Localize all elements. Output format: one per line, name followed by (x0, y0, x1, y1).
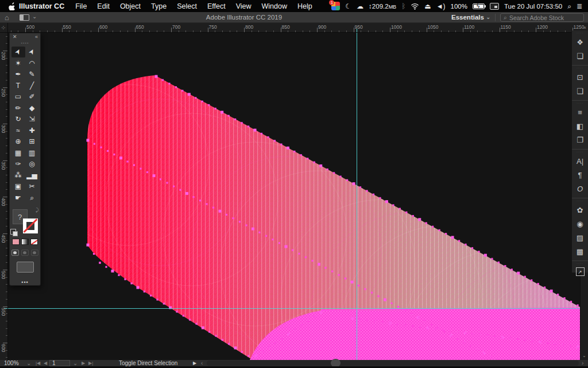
menu-item-help[interactable]: Help (292, 2, 318, 10)
workspace-switcher[interactable]: Essentials (451, 14, 484, 21)
artboard-tool[interactable]: ▣ (11, 181, 25, 193)
zoom-chevron-icon[interactable]: ⌄ (26, 360, 31, 366)
rectangle-tool[interactable]: ▭ (11, 91, 25, 103)
paintbrush-tool[interactable]: ✐ (25, 91, 39, 103)
spotlight-icon[interactable]: ⌕ (567, 3, 571, 10)
eyedropper-tool[interactable]: ✑ (11, 159, 25, 170)
blend-tool[interactable]: ◎ (25, 159, 39, 170)
stroke-panel-icon[interactable]: ≡ (574, 106, 586, 118)
next-artboard-icon[interactable]: ▶ (82, 360, 85, 366)
gradient-panel-icon[interactable]: ▨ (574, 231, 586, 244)
screen-capture-icon[interactable] (490, 3, 499, 10)
curvature-tool[interactable]: ✎ (25, 69, 39, 80)
close-icon[interactable]: ✕ (13, 34, 17, 40)
document-arrangement-icon[interactable] (20, 14, 29, 21)
eraser-tool[interactable]: ◆ (25, 102, 39, 114)
transform-panel-icon[interactable]: ⊡ (574, 71, 586, 83)
battery-icon[interactable]: ϟ (473, 3, 485, 9)
last-artboard-icon[interactable]: ▶| (88, 360, 93, 366)
scale-tool[interactable]: ⇲ (25, 114, 39, 125)
drag-grip-icon[interactable]: ···· (572, 262, 588, 266)
paragraph-panel-icon[interactable]: ¶ (574, 168, 586, 181)
workspace-chevron-icon[interactable]: ⌄ (486, 14, 490, 20)
export-panel-icon[interactable]: ↗ (576, 267, 585, 276)
adobe-stock-search[interactable]: ⌕ Search Adobe Stock (500, 13, 584, 22)
gradient-tool[interactable]: ▥ (25, 147, 39, 159)
pen-tool[interactable]: ✒ (11, 69, 25, 80)
menu-item-select[interactable]: Select (172, 2, 202, 10)
first-artboard-icon[interactable]: |◀ (36, 360, 40, 366)
column-graph-tool[interactable]: ▂▅ (25, 170, 39, 181)
scroll-down-icon[interactable]: ⌄ (582, 353, 586, 358)
horizontal-guide[interactable] (8, 308, 580, 309)
screen-mode-button[interactable] (17, 262, 34, 273)
horizontal-scrollbar[interactable] (207, 361, 579, 366)
swap-fill-stroke-icon[interactable]: ⤸ (36, 207, 38, 213)
lasso-tool[interactable]: ◠ (25, 57, 39, 69)
perspective-grid-tool[interactable]: ⊞ (25, 136, 39, 148)
control-center-icon[interactable]: ≣ (577, 3, 582, 10)
default-fill-stroke-icon[interactable] (10, 229, 16, 235)
puppet-warp-tool[interactable]: ✚ (25, 125, 39, 136)
prev-artboard-icon[interactable]: ◀ (44, 360, 47, 366)
notification-app-icon[interactable]: 1 (331, 2, 340, 10)
wifi-icon[interactable] (411, 3, 419, 10)
bluetooth-icon[interactable]: ᛒ (401, 3, 405, 10)
eject-icon[interactable]: ⏏ (424, 3, 431, 10)
selection-tool[interactable]: ➤ (11, 47, 25, 58)
rotate-tool[interactable]: ↻ (11, 114, 25, 125)
artboard-number-field[interactable]: 1 (49, 360, 70, 366)
canvas-area[interactable] (8, 33, 580, 360)
drag-grip-icon[interactable]: ···· (572, 31, 588, 35)
draw-behind-button[interactable] (21, 250, 29, 256)
drag-grip-icon[interactable]: ···· (572, 199, 588, 203)
drag-grip-icon[interactable]: ···· (572, 66, 588, 70)
gradient-button[interactable] (21, 239, 29, 245)
shaper-tool[interactable]: ✏ (11, 102, 25, 114)
color-panel-icon[interactable]: ✿ (574, 204, 586, 216)
drag-grip-icon[interactable]: •••• (21, 41, 29, 45)
libraries-panel-icon[interactable]: ❑ (574, 85, 586, 97)
stroke-color-box[interactable] (23, 218, 38, 233)
scroll-right-icon[interactable]: › (582, 360, 583, 366)
align-panel-icon[interactable]: ◧ (574, 120, 586, 132)
volume-icon[interactable]: ◄) (436, 3, 446, 10)
menu-item-view[interactable]: View (231, 2, 257, 10)
opentype-panel-icon[interactable]: O (574, 182, 586, 195)
magic-wand-tool[interactable]: ✶ (11, 57, 25, 69)
direct-selection-tool[interactable]: ➤ (25, 47, 39, 58)
ruler-origin-box[interactable] (0, 23, 8, 33)
zoom-tool[interactable]: ⌕ (25, 192, 39, 204)
none-button[interactable] (30, 239, 38, 245)
menu-item-edit[interactable]: Edit (92, 2, 115, 10)
color-guide-panel-icon[interactable]: ◉ (574, 217, 586, 230)
artboard-chevron-icon[interactable]: ⌄ (73, 360, 78, 366)
symbol-sprayer-tool[interactable]: ⁂ (11, 170, 25, 181)
color-button[interactable] (12, 239, 20, 245)
vertical-guide[interactable] (357, 33, 357, 360)
status-play-icon[interactable]: ▶ (193, 360, 196, 366)
line-segment-tool[interactable]: ╱ (25, 80, 39, 91)
tools-panel-header[interactable]: ✕ « (10, 33, 40, 41)
scroll-left-icon[interactable]: ‹ (201, 360, 203, 366)
menu-item-object[interactable]: Object (115, 2, 146, 10)
type-tool[interactable]: T (11, 80, 25, 91)
draw-normal-button[interactable] (11, 250, 19, 256)
character-panel-icon[interactable]: A| (574, 155, 586, 167)
chevron-down-icon[interactable]: ⌄ (32, 13, 37, 20)
horizontal-ruler[interactable]: « 50055060065070075080085090095010001050… (0, 23, 588, 33)
drag-grip-icon[interactable]: ···· (572, 101, 588, 105)
vertical-scrollbar[interactable]: ⌄ (580, 273, 588, 360)
memory-indicator[interactable]: ↕209.2MB (369, 3, 396, 10)
menu-item-effect[interactable]: Effect (202, 2, 231, 10)
menu-item-window[interactable]: Window (257, 2, 292, 10)
shape-builder-tool[interactable]: ⊕ (11, 136, 25, 148)
cloud-sync-icon[interactable]: ☁ (357, 3, 363, 10)
menu-item-file[interactable]: File (70, 2, 92, 10)
moon-icon[interactable]: ☾ (345, 3, 351, 10)
collapse-icon[interactable]: « (35, 34, 37, 40)
home-icon[interactable]: ⌂ (5, 13, 9, 22)
apple-menu-icon[interactable] (8, 2, 16, 10)
slice-tool[interactable]: ✂ (25, 181, 39, 193)
menu-bar-clock[interactable]: Tue 20 Jul 07:53:50 (504, 3, 562, 10)
